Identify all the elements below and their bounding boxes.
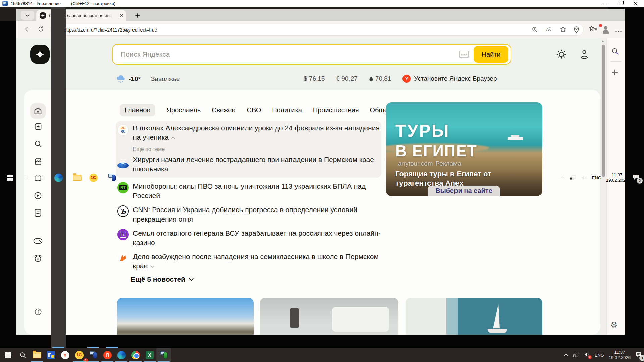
tab-incidents[interactable]: Происшествия [313, 104, 359, 116]
usd-rate[interactable]: $ 76,15 [304, 75, 325, 82]
remote-app-icon [2, 1, 8, 6]
plus-icon [135, 13, 140, 18]
yandex-search-bar[interactable]: Поиск Яндекса Найти [112, 44, 511, 65]
install-browser-promo[interactable]: Y Установите Яндекс Браузер [402, 75, 497, 83]
feed-thumbnail-sailboat[interactable] [406, 298, 542, 335]
news-headline[interactable]: Дело возбуждено после нападения на семик… [133, 252, 383, 271]
tray-chevron-up-icon[interactable] [564, 353, 568, 357]
search-icon [19, 352, 26, 359]
taskbar-edge[interactable] [114, 348, 129, 362]
weather-widget[interactable]: -10° Заволжье [116, 75, 180, 83]
ad-description: Горящие туры в Египет от турагентства An… [395, 169, 503, 188]
feed-thumbnail-snow-street[interactable] [260, 298, 398, 335]
taskbar-explorer[interactable] [70, 7, 85, 348]
svg-text:A: A [546, 27, 549, 32]
edge-icon [54, 174, 63, 182]
language-indicator[interactable]: ENG [592, 175, 601, 180]
taskbar-excel[interactable]: X [142, 348, 157, 362]
taskbar-chrome[interactable] [128, 348, 143, 362]
taskbar-search-button[interactable] [15, 348, 30, 362]
start-button[interactable] [1, 348, 15, 362]
zoom-in-page-icon[interactable] [532, 26, 538, 33]
taskbar-remote-admin-blue[interactable] [86, 348, 101, 362]
yandex-browser-icon: Y [402, 75, 411, 83]
more-on-topic-label: Ещё по теме [133, 146, 165, 153]
boat-image [508, 137, 523, 140]
read-aloud-icon[interactable]: A [545, 26, 552, 33]
news-headline[interactable]: CNN: Россия и Украина добились прогресса… [133, 205, 383, 224]
news-headline[interactable]: В школах Александровска отменили уроки д… [133, 123, 383, 142]
oil-rate[interactable]: 70,81 [369, 75, 391, 82]
ad-cta-button[interactable]: Выбери на сайте [428, 186, 500, 196]
tab-svo[interactable]: СВО [247, 104, 261, 116]
chrome-icon [131, 351, 140, 359]
feed-tabs: Главное Ярославль Свежее СВО Политика Пр… [120, 104, 416, 116]
search-submit-button[interactable]: Найти [474, 46, 508, 63]
new-tab-button[interactable] [132, 11, 142, 20]
action-center-button[interactable]: 1 [635, 351, 642, 359]
minimize-button[interactable] [600, 1, 610, 7]
action-center-button[interactable]: 2 [633, 174, 639, 181]
taskbar-yandex-browser[interactable]: Y [58, 348, 72, 362]
more-news-button[interactable]: Ещё 5 новостей [130, 275, 194, 283]
excel-icon: X [146, 351, 154, 359]
network-icon[interactable] [570, 175, 576, 180]
windows-logo-icon [7, 175, 13, 181]
install-browser-text: Установите Яндекс Браузер [414, 75, 497, 82]
speaker-muted-icon[interactable] [581, 175, 587, 180]
news-headline[interactable]: Семья отставного генерала ВСУ зарабатыва… [133, 229, 383, 247]
taskbar-1c[interactable]: 1С 1 [72, 348, 87, 362]
start-button[interactable] [3, 7, 17, 348]
task-view-icon [39, 174, 46, 181]
close-button[interactable] [631, 1, 641, 7]
ad-label: Реклама [436, 160, 461, 167]
taskbar-clock[interactable]: 11:3719.02.2026 [609, 350, 631, 360]
taskbar-1c[interactable]: 1С [86, 7, 101, 348]
restore-button[interactable] [615, 1, 626, 7]
tab-yaroslavl[interactable]: Ярославль [166, 104, 201, 116]
location: Заволжье [151, 75, 180, 83]
notification-count-badge: 2 [637, 178, 643, 184]
ad-advertiser: anytour.comРеклама [395, 160, 461, 167]
address-bar[interactable]: https://dzen.ru/?clid=2411725&yredirect=… [50, 24, 584, 36]
yandex-icon: Я [103, 351, 112, 359]
session-title: 154578814 - Управление [11, 1, 61, 6]
tab-main[interactable]: Главное [120, 104, 155, 116]
taskbar-explorer[interactable] [30, 348, 44, 362]
temperature: -10° [129, 75, 141, 83]
eur-rate[interactable]: € 90,27 [336, 75, 357, 82]
rates-row: $ 76,15 € 90,27 70,81 Y Установите Яндек… [304, 75, 497, 83]
ad-banner[interactable]: ТУРЫ В ЕГИПЕТ anytour.comРеклама Горящие… [386, 102, 542, 196]
taskbar-admin-tools[interactable] [44, 348, 58, 362]
ad-headline-1: ТУРЫ [395, 121, 450, 141]
taskbar-remote-admin-green[interactable] [156, 348, 171, 362]
tab-politics[interactable]: Политика [272, 104, 302, 116]
taskbar-edge[interactable] [51, 7, 66, 348]
feed-thumbnail-winter-village[interactable] [117, 298, 254, 335]
info-bar: -10° Заволжье $ 76,15 € 90,27 70,81 Y [16, 73, 600, 86]
taskbar-search-button[interactable] [19, 7, 34, 348]
speaker-error[interactable]: ✕ [584, 352, 590, 358]
taskbar-clock[interactable]: 11:3719.02.2026 [606, 172, 628, 183]
oil-droplet-icon [369, 76, 373, 82]
network-icon[interactable] [573, 352, 580, 358]
taskbar-yandex[interactable]: Я [100, 348, 115, 362]
file-explorer-icon [73, 175, 82, 181]
windows-logo-icon [5, 352, 11, 358]
keyboard-icon[interactable] [459, 51, 469, 58]
chevron-down-icon [188, 276, 194, 282]
tab-close-button[interactable] [120, 14, 123, 17]
chevron-up-icon [171, 135, 176, 140]
tab-fresh[interactable]: Свежее [212, 104, 235, 116]
dzen-page: Поиск Яндекса Найти [16, 38, 600, 335]
task-view-button[interactable] [35, 7, 50, 348]
language-indicator[interactable]: ENG [595, 353, 604, 358]
edge-icon [117, 351, 126, 359]
news-headline[interactable]: Хирурги начали лечение пострадавшего при… [133, 155, 383, 174]
tray-chevron-up-icon[interactable] [560, 176, 565, 179]
taskbar-remote-admin[interactable] [105, 7, 119, 348]
file-explorer-icon [33, 352, 41, 358]
speaker-error-badge: ✕ [588, 355, 592, 359]
remote-session-titlebar: 154578814 - Управление (Ctrl+F12 - настр… [0, 0, 644, 7]
news-headline[interactable]: Минобороны: силы ПВО за ночь уничтожили … [133, 182, 383, 200]
